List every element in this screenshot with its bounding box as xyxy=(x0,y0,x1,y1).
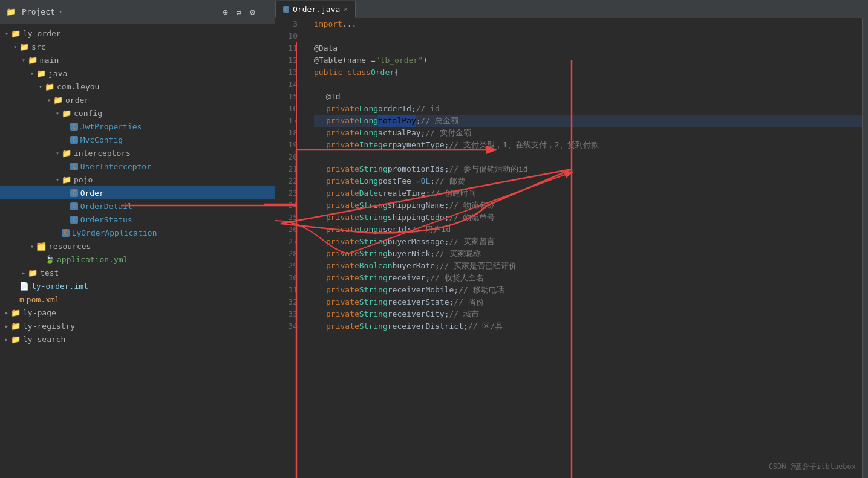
tree-item-config[interactable]: 📁 config xyxy=(0,106,275,120)
java-file-icon: C xyxy=(70,202,78,210)
line-numbers: 3 10 11 12 13 14 15 16 17 18 19 20 21 22… xyxy=(275,18,304,478)
code-content: import ... @Data @Table(name = "tb_order… xyxy=(304,18,862,478)
expand-arrow xyxy=(36,83,45,90)
folder-icon-comleyou: 📁 xyxy=(45,82,54,91)
dropdown-arrow-icon[interactable]: ▾ xyxy=(59,8,63,16)
expand-arrow xyxy=(2,30,11,37)
folder-icon-ly-order: 📁 xyxy=(11,29,21,38)
code-line-28: private String buyerNick;// 买家昵称 xyxy=(314,248,862,260)
tree-item-lyorderapplication[interactable]: C LyOrderApplication xyxy=(0,226,275,239)
add-icon[interactable]: ⊕ xyxy=(223,7,227,17)
collapse-icon[interactable]: ⇄ xyxy=(237,7,241,17)
java-file-icon: C xyxy=(62,229,70,237)
code-line-25: private String shippingCode;// 物流单号 xyxy=(314,212,862,224)
expand-arrow xyxy=(45,97,53,103)
tree-item-order[interactable]: C Order xyxy=(0,186,275,199)
folder-icon-order: 📁 xyxy=(53,95,63,105)
expand-arrow xyxy=(2,309,11,316)
tree-item-ly-order[interactable]: 📁 ly-order xyxy=(0,27,275,40)
code-editor-panel: C Order.java × 3 10 11 12 xyxy=(275,0,868,478)
tree-item-orderdetail[interactable]: C OrderDetail xyxy=(0,199,275,213)
folder-icon-pojo: 📁 xyxy=(62,175,71,184)
minimize-icon[interactable]: — xyxy=(264,7,269,17)
expand-arrow xyxy=(28,243,36,250)
java-file-icon: C xyxy=(70,136,78,144)
tab-java-icon: C xyxy=(283,6,289,13)
code-line-11: @Data xyxy=(314,42,862,54)
tree-item-pom-xml[interactable]: m pom.xml xyxy=(0,292,275,306)
iml-file-icon: 📄 xyxy=(19,282,29,291)
java-file-icon: C xyxy=(70,123,78,131)
tree-item-java[interactable]: 📁 java xyxy=(0,66,275,80)
folder-icon-main: 📁 xyxy=(28,56,38,65)
code-line-20 xyxy=(314,151,862,163)
panel-header: 📁 Project ▾ ⊕ ⇄ ⚙ — xyxy=(0,0,275,24)
code-line-23: private Date createTime;// 创建时间 xyxy=(314,187,862,199)
code-line-12: @Table(name = "tb_order") xyxy=(314,54,862,66)
tree-item-src[interactable]: 📁 src xyxy=(0,40,275,53)
project-panel: 📁 Project ▾ ⊕ ⇄ ⚙ — 📁 ly-order 📁 src xyxy=(0,0,275,478)
vertical-scrollbar[interactable] xyxy=(862,18,868,478)
code-line-27: private String buyerMessage;// 买家留言 xyxy=(314,236,862,248)
expand-arrow xyxy=(2,336,11,343)
tree-item-main[interactable]: 📁 main xyxy=(0,53,275,66)
code-line-19: private Integer paymentType; // 支付类型，1、在… xyxy=(314,139,862,151)
folder-icon: 📁 xyxy=(6,7,16,16)
panel-title-area: 📁 Project ▾ xyxy=(6,7,62,16)
code-line-18: private Long actualPay;// 实付金额 xyxy=(314,127,862,139)
expand-arrow xyxy=(19,270,28,276)
code-line-13: public class Order { xyxy=(314,66,862,79)
code-line-14 xyxy=(314,79,862,91)
tree-item-application-yml[interactable]: 🍃 application.yml xyxy=(0,253,275,266)
tree-item-mvcconfig[interactable]: C MvcConfig xyxy=(0,133,275,146)
tree-item-ly-page[interactable]: 📁 ly-page xyxy=(0,306,275,319)
java-file-icon: C xyxy=(70,216,78,224)
folder-icon-ly-page: 📁 xyxy=(11,308,21,317)
tab-label: Order.java xyxy=(293,5,340,14)
tree-item-ly-search[interactable]: 📁 ly-search xyxy=(0,332,275,346)
folder-icon-java: 📁 xyxy=(36,69,46,78)
code-line-3: import ... xyxy=(314,18,862,30)
tree-item-orderstatus[interactable]: C OrderStatus xyxy=(0,213,275,226)
file-tree: 📁 ly-order 📁 src 📁 main 📁 java xyxy=(0,24,275,478)
settings-icon[interactable]: ⚙ xyxy=(250,7,255,17)
tree-item-test[interactable]: 📁 test xyxy=(0,266,275,279)
folder-icon-ly-search: 📁 xyxy=(11,335,21,344)
tree-item-interceptors[interactable]: 📁 interceptors xyxy=(0,146,275,160)
yml-file-icon: 🍃 xyxy=(45,255,54,264)
code-line-30: private String receiver; // 收货人全名 xyxy=(314,272,862,284)
folder-icon-test: 📁 xyxy=(28,268,38,277)
folder-icon-ly-registry: 📁 xyxy=(11,321,21,331)
code-line-24: private String shippingName;// 物流名称 xyxy=(314,199,862,212)
tree-item-pojo[interactable]: 📁 pojo xyxy=(0,173,275,186)
watermark-text: CSDN @蓝盒子itbluebox xyxy=(769,462,856,472)
folder-icon-config: 📁 xyxy=(62,109,71,118)
expand-arrow xyxy=(2,323,11,329)
code-line-34: private String receiverDistrict; // 区/县 xyxy=(314,320,862,332)
folder-icon-interceptors: 📁 xyxy=(62,149,71,158)
folder-icon-src: 📁 xyxy=(19,42,29,51)
code-line-29: private Boolean buyerRate;// 买家是否已经评价 xyxy=(314,260,862,272)
tree-item-userinterceptor[interactable]: C UserInterceptor xyxy=(0,160,275,173)
tree-item-ly-registry[interactable]: 📁 ly-registry xyxy=(0,319,275,332)
panel-title-text: Project xyxy=(22,7,55,16)
tree-item-resources[interactable]: 🗂️ resources xyxy=(0,239,275,253)
tree-item-order-folder[interactable]: 📁 order xyxy=(0,93,275,106)
expand-arrow xyxy=(19,57,28,63)
code-line-21: private String promotionIds; // 参与促销活动的i… xyxy=(314,163,862,175)
expand-arrow xyxy=(28,70,36,77)
code-editor: 3 10 11 12 13 14 15 16 17 18 19 20 21 22… xyxy=(275,18,868,478)
code-line-22: private Long postFee = 0L;// 邮费 xyxy=(314,175,862,187)
tree-item-com-leyou[interactable]: 📁 com.leyou xyxy=(0,80,275,93)
expand-arrow xyxy=(53,110,62,117)
code-line-33: private String receiverCity; // 城市 xyxy=(314,308,862,320)
tab-close-button[interactable]: × xyxy=(344,5,348,13)
code-line-32: private String receiverState; // 省份 xyxy=(314,296,862,308)
expand-arrow xyxy=(53,150,62,157)
tree-item-jwtproperties[interactable]: C JwtProperties xyxy=(0,120,275,133)
code-line-10 xyxy=(314,30,862,42)
tree-item-ly-order-iml[interactable]: 📄 ly-order.iml xyxy=(0,279,275,292)
java-file-icon: C xyxy=(70,189,78,197)
xml-file-icon: m xyxy=(19,295,24,304)
tab-order-java[interactable]: C Order.java × xyxy=(275,1,356,18)
